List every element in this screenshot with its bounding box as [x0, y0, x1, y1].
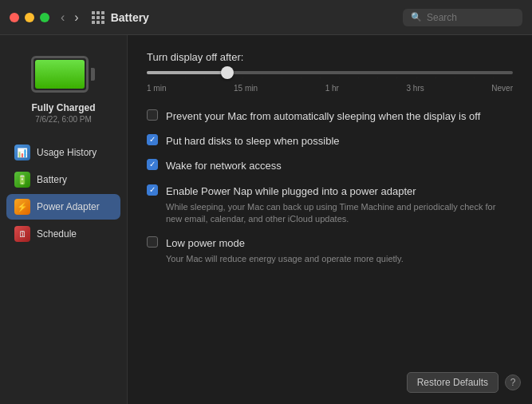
sidebar-nav: 📊 Usage History 🔋 Battery ⚡ Power Adapte… [0, 140, 127, 248]
back-button[interactable]: ‹ [57, 9, 68, 26]
titlebar: ‹ › Battery 🔍 [0, 0, 532, 35]
option-power-nap: ✓ Enable Power Nap while plugged into a … [147, 184, 513, 226]
main-layout: Fully Charged 7/6/22, 6:00 PM 📊 Usage Hi… [0, 35, 532, 404]
option-hard-disks: ✓ Put hard disks to sleep when possible [147, 133, 513, 149]
option-hard-disks-content: Put hard disks to sleep when possible [166, 133, 513, 149]
option-power-nap-content: Enable Power Nap while plugged into a po… [166, 184, 513, 226]
battery-body [31, 56, 89, 93]
slider-label-3hrs: 3 hrs [406, 84, 424, 93]
option-low-power-sublabel: Your Mac will reduce energy usage and op… [166, 253, 513, 265]
apps-grid-icon[interactable] [92, 11, 104, 24]
option-low-power-content: Low power mode Your Mac will reduce ener… [166, 236, 513, 266]
checkbox-auto-sleep[interactable] [147, 109, 158, 121]
slider-label: Turn display off after: [147, 51, 513, 63]
slider-fill [147, 71, 227, 74]
minimize-button[interactable] [25, 13, 34, 22]
content-area: Turn display off after: | | | | | | | | … [128, 35, 532, 404]
option-hard-disks-label: Put hard disks to sleep when possible [166, 135, 340, 147]
help-button[interactable]: ? [505, 374, 521, 390]
close-button[interactable] [10, 13, 19, 22]
checkbox-power-nap[interactable]: ✓ [147, 184, 158, 196]
sidebar-item-schedule[interactable]: 🗓 Schedule [6, 221, 120, 247]
option-network-access: ✓ Wake for network access [147, 158, 513, 173]
battery-icon [31, 54, 95, 94]
checkbox-network-access[interactable]: ✓ [147, 159, 158, 170]
restore-defaults-button[interactable]: Restore Defaults [407, 372, 499, 393]
search-input[interactable] [427, 12, 514, 23]
checkmark-network-access: ✓ [149, 160, 156, 168]
usage-history-label: Usage History [37, 147, 97, 158]
power-adapter-icon: ⚡ [14, 199, 30, 215]
schedule-label: Schedule [37, 228, 77, 240]
slider-track [147, 71, 513, 74]
forward-button[interactable]: › [71, 9, 81, 26]
slider-label-never: Never [491, 84, 513, 93]
battery-status: Fully Charged 7/6/22, 6:00 PM [31, 45, 95, 140]
slider-label-1hr: 1 hr [325, 84, 339, 93]
checkmark-hard-disks: ✓ [149, 136, 156, 144]
window-title: Battery [111, 11, 403, 24]
option-auto-sleep-label: Prevent your Mac from automatically slee… [166, 110, 480, 122]
sidebar: Fully Charged 7/6/22, 6:00 PM 📊 Usage Hi… [0, 35, 128, 404]
option-low-power: Low power mode Your Mac will reduce ener… [147, 236, 513, 266]
power-adapter-label: Power Adapter [37, 201, 100, 212]
battery-fill [35, 60, 85, 89]
option-power-nap-label: Enable Power Nap while plugged into a po… [166, 185, 416, 197]
traffic-lights [10, 13, 49, 22]
checkbox-hard-disks[interactable]: ✓ [147, 134, 158, 145]
option-network-access-content: Wake for network access [166, 158, 513, 173]
battery-status-label: Fully Charged [31, 102, 95, 113]
option-auto-sleep-content: Prevent your Mac from automatically slee… [166, 109, 513, 124]
search-box[interactable]: 🔍 [403, 9, 522, 26]
slider-container[interactable] [147, 71, 513, 74]
sidebar-item-usage-history[interactable]: 📊 Usage History [6, 140, 120, 165]
option-low-power-label: Low power mode [166, 237, 245, 249]
footer: Restore Defaults ? [407, 372, 521, 393]
slider-label-1min: 1 min [147, 84, 166, 93]
schedule-icon: 🗓 [14, 226, 30, 242]
slider-labels: 1 min 15 min 1 hr 3 hrs Never [147, 84, 513, 93]
sidebar-item-battery[interactable]: 🔋 Battery [6, 167, 120, 192]
option-network-access-label: Wake for network access [166, 160, 282, 172]
sidebar-item-power-adapter[interactable]: ⚡ Power Adapter [6, 194, 120, 220]
maximize-button[interactable] [40, 13, 49, 22]
search-icon: 🔍 [411, 12, 422, 22]
checkmark-power-nap: ✓ [149, 186, 156, 194]
battery-terminal [91, 68, 95, 81]
slider-label-15min: 15 min [234, 84, 258, 93]
slider-ticks: | | | | | | | | | | | | | | | | | | | | [147, 77, 513, 82]
checkbox-low-power[interactable] [147, 236, 158, 248]
usage-history-icon: 📊 [14, 145, 30, 160]
display-off-slider-section: Turn display off after: | | | | | | | | … [147, 51, 513, 93]
option-auto-sleep: Prevent your Mac from automatically slee… [147, 109, 513, 124]
nav-buttons: ‹ › [57, 9, 82, 26]
battery-nav-icon: 🔋 [14, 172, 30, 188]
option-power-nap-sublabel: While sleeping, your Mac can back up usi… [166, 201, 513, 226]
battery-nav-label: Battery [37, 174, 67, 185]
battery-date: 7/6/22, 6:00 PM [35, 115, 92, 124]
